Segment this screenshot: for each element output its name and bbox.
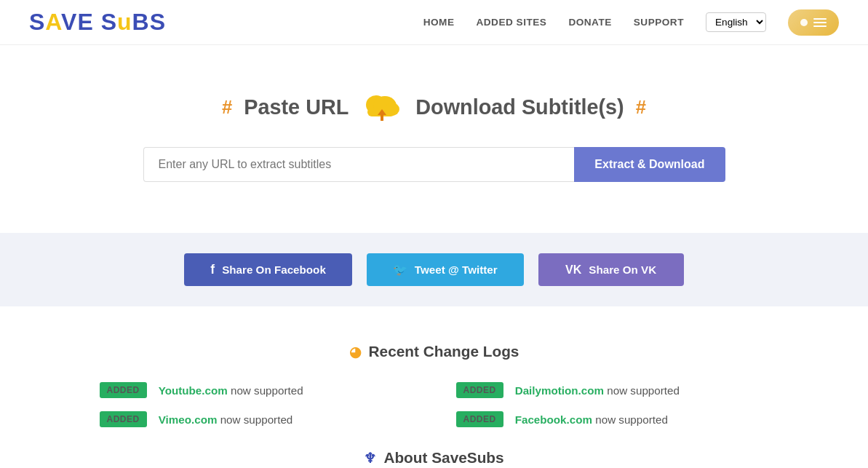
avatar-dot <box>800 19 808 26</box>
logo-u: u <box>117 9 132 35</box>
changelog-text: Vimeo.com now supported <box>159 413 293 426</box>
vk-share-button[interactable]: VK Share On VK <box>538 253 684 286</box>
list-item: ADDED Vimeo.com now supported <box>100 411 413 427</box>
extract-button[interactable]: Extract & Download <box>574 147 725 182</box>
twitter-icon: 🐦 <box>393 263 407 277</box>
hash-right: # <box>636 97 646 118</box>
nav-support[interactable]: SUPPORT <box>634 17 684 28</box>
hero-title: # Paste URL Download Subtitle(s) # <box>15 89 853 125</box>
hero-section: # Paste URL Download Subtitle(s) # Extra… <box>0 45 868 211</box>
changelog-text: Facebook.com now supported <box>515 413 668 426</box>
facebook-label: Share On Facebook <box>222 263 326 276</box>
url-input[interactable] <box>143 147 575 182</box>
logo-ve: VE S <box>61 9 117 35</box>
hash-left: # <box>222 97 232 118</box>
list-item: ADDED Dailymotion.com now supported <box>456 382 769 398</box>
wordpress-icon: ♆ <box>364 450 376 467</box>
added-badge: ADDED <box>100 411 147 427</box>
facebook-share-button[interactable]: f Share On Facebook <box>184 253 352 286</box>
changelog-title: ◕ Recent Change Logs <box>100 343 769 360</box>
nav-added-sites[interactable]: ADDED SITES <box>476 17 546 28</box>
menu-button[interactable] <box>788 9 839 36</box>
vk-icon: VK <box>565 263 581 277</box>
added-badge: ADDED <box>456 411 503 427</box>
facebook-link[interactable]: Facebook.com <box>515 413 592 426</box>
twitter-label: Tweet @ Twitter <box>415 263 498 276</box>
nav-home[interactable]: HOME <box>423 17 455 28</box>
nav-donate[interactable]: DONATE <box>568 17 611 28</box>
vk-label: Share On VK <box>589 263 656 276</box>
hero-paste-url: Paste URL <box>244 95 349 119</box>
main-nav: HOME ADDED SITES DONATE SUPPORT English <box>423 9 839 36</box>
list-item: ADDED Youtube.com now supported <box>100 382 413 398</box>
hamburger-icon <box>813 18 827 27</box>
cloud-download-icon <box>360 89 404 125</box>
rss-icon: ◕ <box>349 344 362 360</box>
changelog-grid: ADDED Youtube.com now supported ADDED Da… <box>100 382 769 427</box>
language-select[interactable]: English <box>706 12 766 32</box>
logo[interactable]: SAVE SuBS <box>29 9 166 36</box>
changelog-text: Dailymotion.com now supported <box>515 384 680 397</box>
youtube-link[interactable]: Youtube.com <box>159 384 228 397</box>
changelog-text: Youtube.com now supported <box>159 384 303 397</box>
social-bar: f Share On Facebook 🐦 Tweet @ Twitter VK… <box>0 233 868 306</box>
url-form: Extract & Download <box>143 147 725 182</box>
hero-download-subtitle: Download Subtitle(s) <box>415 95 624 119</box>
added-badge: ADDED <box>456 382 503 398</box>
about-title: ♆ About SaveSubs <box>100 449 769 468</box>
twitter-share-button[interactable]: 🐦 Tweet @ Twitter <box>367 253 524 286</box>
facebook-icon: f <box>210 262 215 277</box>
logo-bs: BS <box>132 9 166 35</box>
vimeo-link[interactable]: Vimeo.com <box>159 413 218 426</box>
logo-save: S <box>29 9 45 35</box>
logo-a: A <box>45 9 61 35</box>
changelog-section: ◕ Recent Change Logs ADDED Youtube.com n… <box>71 306 798 468</box>
list-item: ADDED Facebook.com now supported <box>456 411 769 427</box>
dailymotion-link[interactable]: Dailymotion.com <box>515 384 604 397</box>
added-badge: ADDED <box>100 382 147 398</box>
